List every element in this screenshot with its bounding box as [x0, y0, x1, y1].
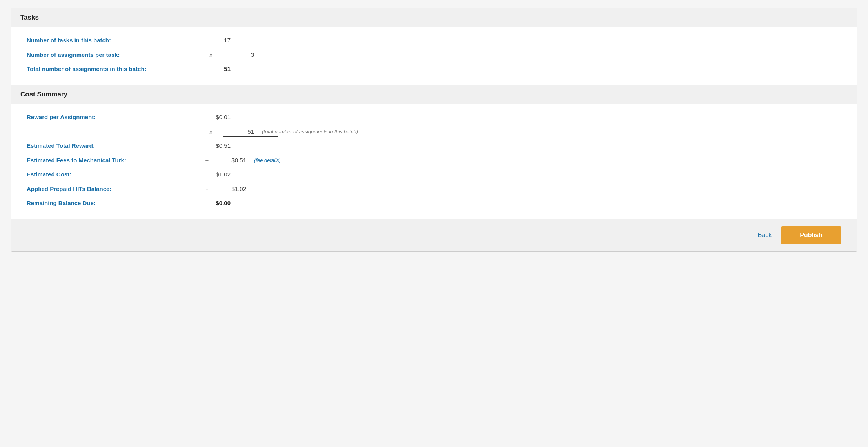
remaining-row: Remaining Balance Due: $0.00: [27, 200, 841, 206]
prepaid-underline: [223, 194, 278, 194]
assignments-multiplier-sym: x: [199, 51, 223, 58]
assignments-underline: [223, 60, 278, 60]
est-fees-label: Estimated Fees to Mechanical Turk:: [27, 157, 199, 164]
num-assignments-value: 3: [223, 51, 254, 58]
cost-header-text: Cost Summary: [20, 91, 67, 98]
num-assignments-value-block: x 3: [199, 51, 254, 58]
num-assignments-row: Number of assignments per task: x 3: [27, 51, 841, 58]
num-assignments-block: Number of assignments per task: x 3: [27, 51, 841, 60]
reward-row: Reward per Assignment: $0.01: [27, 114, 841, 120]
reward-value: $0.01: [199, 114, 231, 120]
multiplier-block: x 51 (total number of assignments in thi…: [27, 128, 841, 137]
est-total-reward-value: $0.51: [199, 142, 231, 149]
multiplier-row: x 51 (total number of assignments in thi…: [27, 128, 841, 135]
tasks-section-header: Tasks: [11, 8, 857, 27]
tasks-section-body: Number of tasks in this batch: 17 Number…: [11, 27, 857, 85]
est-fees-value-block: + $0.51 (fee details): [199, 157, 281, 164]
prepaid-row: Applied Prepaid HITs Balance: - $1.02: [27, 185, 841, 192]
prepaid-sym: -: [199, 185, 215, 192]
multiplier-note: (total number of assignments in this bat…: [262, 129, 358, 134]
fee-details-link[interactable]: (fee details): [254, 157, 281, 163]
footer: Back Publish: [11, 219, 857, 251]
est-fees-sym: +: [199, 157, 215, 164]
multiplier-value-block: x 51 (total number of assignments in thi…: [199, 128, 358, 135]
tasks-header-text: Tasks: [20, 14, 39, 21]
total-assignments-value: 51: [199, 65, 231, 72]
back-button[interactable]: Back: [758, 232, 772, 239]
num-assignments-label: Number of assignments per task:: [27, 51, 199, 58]
cost-section-body: Reward per Assignment: $0.01 x 51 (total…: [11, 104, 857, 219]
num-tasks-row: Number of tasks in this batch: 17: [27, 37, 841, 44]
multiplier-value: 51: [223, 128, 254, 135]
publish-button[interactable]: Publish: [781, 226, 841, 244]
est-fees-row: Estimated Fees to Mechanical Turk: + $0.…: [27, 157, 841, 164]
est-fees-value: $0.51: [215, 157, 246, 164]
est-fees-block: Estimated Fees to Mechanical Turk: + $0.…: [27, 157, 841, 165]
multiplier-sym: x: [199, 128, 223, 135]
num-tasks-label: Number of tasks in this batch:: [27, 37, 199, 44]
est-cost-label: Estimated Cost:: [27, 171, 199, 178]
reward-label: Reward per Assignment:: [27, 114, 199, 120]
total-assignments-label: Total number of assignments in this batc…: [27, 65, 199, 72]
est-cost-row: Estimated Cost: $1.02: [27, 171, 841, 178]
prepaid-value-block: - $1.02: [199, 185, 246, 192]
fees-underline: [223, 165, 278, 165]
est-total-reward-label: Estimated Total Reward:: [27, 142, 199, 149]
prepaid-label: Applied Prepaid HITs Balance:: [27, 185, 199, 192]
remaining-value: $0.00: [199, 200, 231, 206]
num-tasks-value: 17: [199, 37, 231, 44]
est-total-reward-row: Estimated Total Reward: $0.51: [27, 142, 841, 149]
cost-section-header: Cost Summary: [11, 85, 857, 104]
prepaid-value: $1.02: [215, 185, 246, 192]
multiplier-underline: [223, 136, 278, 137]
prepaid-block: Applied Prepaid HITs Balance: - $1.02: [27, 185, 841, 194]
main-container: Tasks Number of tasks in this batch: 17 …: [11, 8, 857, 252]
est-cost-value: $1.02: [199, 171, 231, 178]
total-assignments-row: Total number of assignments in this batc…: [27, 65, 841, 72]
remaining-label: Remaining Balance Due:: [27, 200, 199, 206]
